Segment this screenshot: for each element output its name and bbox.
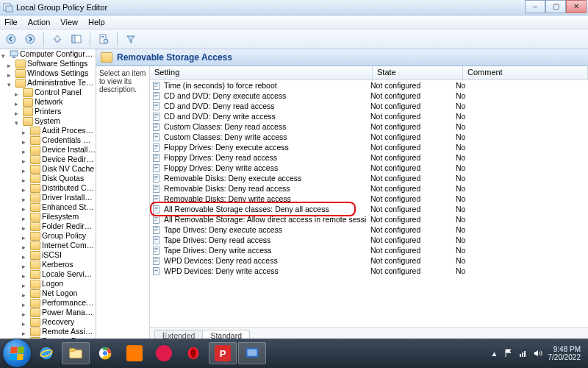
- tree-twisty-icon[interactable]: [22, 204, 29, 210]
- tree-twisty-icon[interactable]: [7, 60, 14, 67]
- tree-item[interactable]: System: [15, 116, 96, 126]
- setting-row[interactable]: WPD Devices: Deny write accessNot config…: [150, 266, 588, 276]
- tree-item[interactable]: Logon: [22, 279, 96, 289]
- tree-item[interactable]: Device Installation: [22, 145, 96, 155]
- tree-twisty-icon[interactable]: [1, 51, 8, 57]
- tree-twisty-icon[interactable]: [22, 252, 29, 258]
- start-button[interactable]: [3, 339, 31, 367]
- tree-item[interactable]: Folder Redirection: [22, 222, 96, 231]
- tree-twisty-icon[interactable]: [22, 185, 29, 191]
- setting-row[interactable]: Floppy Drives: Deny read accessNot confi…: [150, 152, 588, 163]
- menu-view[interactable]: View: [60, 18, 78, 26]
- setting-row[interactable]: Removable Disks: Deny write accessNot co…: [150, 194, 588, 204]
- tree-twisty-icon[interactable]: [22, 309, 29, 316]
- setting-row[interactable]: Floppy Drives: Deny write accessNot conf…: [150, 163, 588, 173]
- tree-item[interactable]: Printers: [15, 107, 96, 116]
- tree-item[interactable]: Network: [15, 97, 96, 107]
- tree-item[interactable]: Windows Settings: [7, 68, 96, 78]
- tree-item[interactable]: Internet Communic: [22, 241, 96, 250]
- tree-pane[interactable]: Computer ConfigurationSoftware SettingsW…: [0, 49, 96, 341]
- tray-up-icon[interactable]: ▲: [491, 350, 498, 358]
- setting-row[interactable]: Tape Drives: Deny execute accessNot conf…: [150, 224, 588, 235]
- tree-item[interactable]: Enhanced Storage: [22, 202, 96, 212]
- maximize-button[interactable]: ▢: [545, 0, 566, 13]
- tree-twisty-icon[interactable]: [22, 127, 29, 134]
- taskbar-app-icon-4[interactable]: [238, 342, 266, 364]
- tree-item[interactable]: Disk Quotas: [22, 174, 96, 183]
- taskbar-app-icon-3[interactable]: P: [209, 342, 237, 364]
- setting-row[interactable]: Tape Drives: Deny read accessNot configu…: [150, 235, 588, 245]
- setting-row[interactable]: CD and DVD: Deny write accessNot configu…: [150, 111, 588, 121]
- tree-twisty-icon[interactable]: [22, 242, 29, 249]
- tree-item[interactable]: Remote Assistance: [22, 327, 96, 336]
- show-hide-tree-button[interactable]: [68, 31, 85, 47]
- tree-item[interactable]: Distributed COM: [22, 183, 96, 193]
- tree-twisty-icon[interactable]: [22, 261, 29, 268]
- setting-row[interactable]: Tape Drives: Deny write accessNot config…: [150, 245, 588, 255]
- back-button[interactable]: [3, 31, 19, 47]
- tree-twisty-icon[interactable]: [22, 175, 29, 182]
- taskbar-explorer-icon[interactable]: [62, 342, 90, 364]
- system-tray[interactable]: ▲ 9:48 PM 7/20/2022: [491, 345, 588, 361]
- tree-twisty-icon[interactable]: [22, 319, 29, 325]
- tree-item[interactable]: Net Logon: [22, 289, 96, 298]
- tree-twisty-icon[interactable]: [22, 223, 29, 230]
- tree-item[interactable]: Kerberos: [22, 260, 96, 269]
- clock[interactable]: 9:48 PM 7/20/2022: [548, 345, 581, 361]
- col-setting[interactable]: Setting: [150, 66, 373, 79]
- volume-icon[interactable]: [534, 349, 542, 358]
- tree-twisty-icon[interactable]: [22, 280, 29, 287]
- tree-twisty-icon[interactable]: [15, 118, 21, 124]
- tree-twisty-icon[interactable]: [22, 146, 29, 153]
- tree-twisty-icon[interactable]: [22, 233, 29, 239]
- tree-twisty-icon[interactable]: [22, 194, 29, 201]
- flag-icon[interactable]: [504, 349, 513, 358]
- taskbar-app-icon-2[interactable]: [150, 342, 178, 364]
- tree-item[interactable]: Administrative Templates: [7, 78, 96, 88]
- tree-item[interactable]: Power Managemen: [22, 308, 96, 317]
- menu-help[interactable]: Help: [88, 18, 105, 26]
- menu-action[interactable]: Action: [28, 18, 51, 26]
- tree-twisty-icon[interactable]: [22, 328, 29, 335]
- tree-item[interactable]: Software Settings: [7, 59, 96, 68]
- column-headers[interactable]: Setting State Comment: [150, 66, 588, 80]
- setting-row[interactable]: Removable Disks: Deny execute accessNot …: [150, 173, 588, 183]
- tree-twisty-icon[interactable]: [7, 79, 14, 86]
- tree-item[interactable]: Credentials Delega: [22, 135, 96, 145]
- tree-item[interactable]: Recovery: [22, 317, 96, 327]
- taskbar-opera-icon[interactable]: [179, 342, 207, 364]
- tree-twisty-icon[interactable]: [22, 271, 29, 277]
- settings-list[interactable]: Time (in seconds) to force rebootNot con…: [150, 80, 588, 327]
- tree-twisty-icon[interactable]: [15, 99, 21, 105]
- properties-button[interactable]: [96, 31, 112, 47]
- tree-item[interactable]: Disk NV Cache: [22, 164, 96, 174]
- col-state[interactable]: State: [373, 66, 463, 79]
- setting-row[interactable]: All Removable Storage classes: Deny all …: [150, 204, 588, 214]
- tree-item[interactable]: Locale Services: [22, 269, 96, 279]
- tree-item[interactable]: Performance Cont: [22, 298, 96, 308]
- tree-twisty-icon[interactable]: [22, 300, 29, 306]
- close-button[interactable]: ✕: [566, 0, 587, 13]
- tree-item[interactable]: Filesystem: [22, 212, 96, 222]
- tree-item[interactable]: iSCSI: [22, 250, 96, 260]
- setting-row[interactable]: CD and DVD: Deny read accessNot configur…: [150, 101, 588, 111]
- minimize-button[interactable]: –: [525, 0, 545, 13]
- tree-twisty-icon[interactable]: [22, 290, 29, 297]
- setting-row[interactable]: WPD Devices: Deny read accessNot configu…: [150, 255, 588, 266]
- tree-item[interactable]: Group Policy: [22, 231, 96, 241]
- setting-row[interactable]: Time (in seconds) to force rebootNot con…: [150, 80, 588, 91]
- taskbar-app-icon-1[interactable]: [121, 342, 148, 364]
- tree-twisty-icon[interactable]: [22, 213, 29, 220]
- tree-twisty-icon[interactable]: [22, 156, 29, 163]
- setting-row[interactable]: Custom Classes: Deny read accessNot conf…: [150, 121, 588, 132]
- tree-twisty-icon[interactable]: [15, 89, 21, 96]
- tree-item[interactable]: Device Redirection: [22, 155, 96, 164]
- menu-file[interactable]: File: [4, 18, 18, 26]
- setting-row[interactable]: Floppy Drives: Deny execute accessNot co…: [150, 142, 588, 152]
- taskbar-ie-icon[interactable]: [32, 342, 60, 364]
- up-button[interactable]: [49, 31, 65, 47]
- setting-row[interactable]: Custom Classes: Deny write accessNot con…: [150, 132, 588, 142]
- setting-row[interactable]: CD and DVD: Deny execute accessNot confi…: [150, 91, 588, 101]
- taskbar-chrome-icon[interactable]: [91, 342, 119, 364]
- tree-twisty-icon[interactable]: [7, 70, 14, 77]
